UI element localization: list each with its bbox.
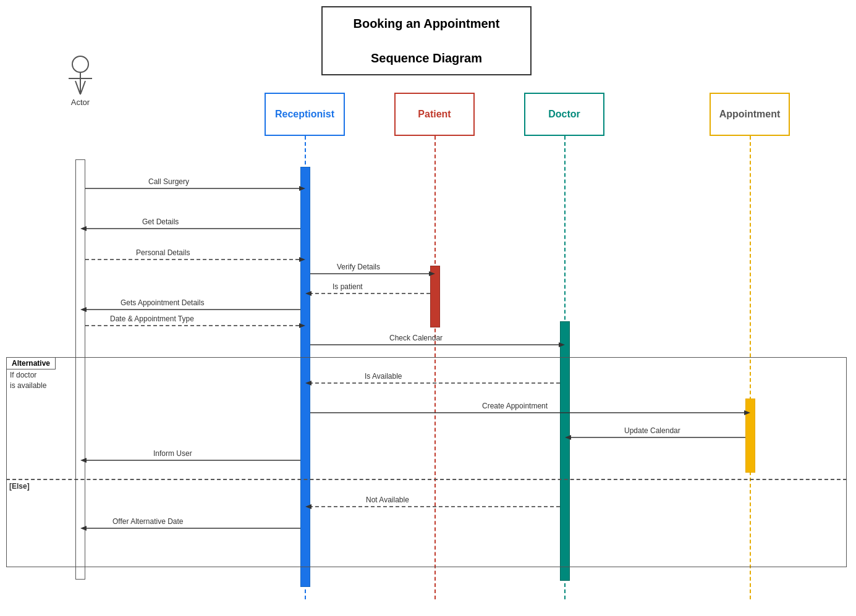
actor-figure: Actor <box>62 56 99 107</box>
lifeline-box-doctor: Doctor <box>524 93 604 136</box>
svg-text:Personal Details: Personal Details <box>136 248 190 257</box>
diagram-title: Booking an Appointment Sequence Diagram <box>335 15 518 67</box>
else-label: [Else] <box>9 482 30 491</box>
actor-leg-left <box>75 81 80 94</box>
lifeline-box-appointment: Appointment <box>710 93 790 136</box>
svg-text:Call Surgery: Call Surgery <box>148 177 189 186</box>
patient-activation-box <box>430 266 440 327</box>
svg-text:Date & Appointment Type: Date & Appointment Type <box>110 314 194 323</box>
actor-body <box>80 73 81 95</box>
alt-frame: Alternative If doctoris available <box>6 357 847 567</box>
actor-label: Actor <box>62 98 99 107</box>
diagram-container: Booking an Appointment Sequence Diagram … <box>0 0 856 616</box>
actor-head <box>72 56 89 73</box>
actor-leg-right <box>80 81 86 94</box>
actor-arms <box>69 78 92 79</box>
else-divider <box>6 479 847 480</box>
alt-frame-label: Alternative <box>6 357 56 369</box>
svg-text:Is patient: Is patient <box>333 282 363 291</box>
svg-text:Gets Appointment Details: Gets Appointment Details <box>121 298 204 307</box>
svg-text:Get Details: Get Details <box>142 217 179 226</box>
lifeline-box-patient: Patient <box>394 93 475 136</box>
alt-frame-condition: If doctoris available <box>10 370 46 391</box>
lifeline-box-receptionist: Receptionist <box>265 93 345 136</box>
svg-text:Verify Details: Verify Details <box>337 263 380 271</box>
title-box: Booking an Appointment Sequence Diagram <box>321 6 532 75</box>
